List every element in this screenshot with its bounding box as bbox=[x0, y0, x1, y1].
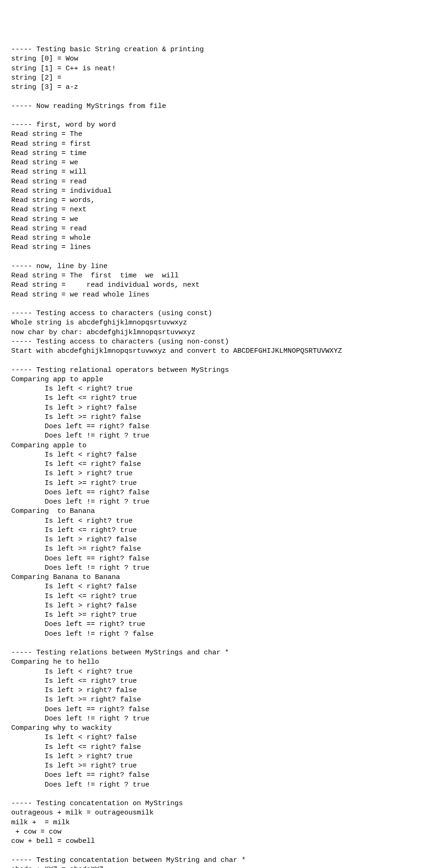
output-line: Read string = words, bbox=[11, 196, 412, 205]
output-line: Is left <= right? true bbox=[11, 592, 412, 601]
output-line: Does left == right? false bbox=[11, 488, 412, 498]
output-line: Is left < right? false bbox=[11, 582, 412, 592]
output-line: Comparing he to hello bbox=[11, 658, 412, 667]
output-line: ----- Testing relational operators betwe… bbox=[11, 366, 412, 375]
output-line: string [2] = bbox=[11, 74, 412, 83]
output-line bbox=[11, 790, 412, 799]
output-line: Comparing app to apple bbox=[11, 375, 412, 384]
output-line bbox=[11, 300, 412, 309]
output-line: Is left < right? false bbox=[11, 451, 412, 460]
output-line: Is left < right? false bbox=[11, 733, 412, 742]
output-line bbox=[11, 92, 412, 101]
output-line: Read string = we read whole lines bbox=[11, 290, 412, 300]
output-line: Is left < right? true bbox=[11, 667, 412, 677]
output-line: Comparing why to wackity bbox=[11, 724, 412, 733]
output-line: ----- Testing relations between MyString… bbox=[11, 648, 412, 658]
output-line: ----- first, word by word bbox=[11, 121, 412, 130]
output-line: Is left > right? true bbox=[11, 469, 412, 478]
output-line: Read string = we bbox=[11, 215, 412, 224]
output-line: Is left <= right? false bbox=[11, 743, 412, 752]
output-line: abcde + XYZ = abcdeXYZ bbox=[11, 865, 412, 868]
output-line: ----- Testing access to characters (usin… bbox=[11, 309, 412, 318]
output-line: Does left != right ? true bbox=[11, 781, 412, 790]
output-line: Is left > right? true bbox=[11, 752, 412, 761]
output-line: Is left >= right? false bbox=[11, 695, 412, 705]
output-line: Is left >= right? true bbox=[11, 479, 412, 488]
output-line: Read string = The first time we will bbox=[11, 271, 412, 281]
output-line: Read string = will bbox=[11, 168, 412, 177]
output-line: milk + = milk bbox=[11, 818, 412, 828]
output-line: Is left >= right? false bbox=[11, 413, 412, 422]
output-line bbox=[11, 111, 412, 121]
output-line: Is left < right? true bbox=[11, 517, 412, 526]
output-line: Comparing to Banana bbox=[11, 507, 412, 516]
output-line: string [3] = a-z bbox=[11, 83, 412, 92]
output-line: Read string = lines bbox=[11, 243, 412, 252]
output-line: Does left == right? false bbox=[11, 771, 412, 780]
output-line: Does left == right? false bbox=[11, 705, 412, 714]
output-line: ----- Testing concatentation on MyString… bbox=[11, 799, 412, 808]
output-line: ----- Testing access to characters (usin… bbox=[11, 337, 412, 347]
output-text-block: ----- Testing basic String creation & pr… bbox=[11, 45, 412, 868]
output-line: Read string = next bbox=[11, 205, 412, 215]
output-line bbox=[11, 253, 412, 262]
output-line: Read string = individual bbox=[11, 187, 412, 196]
output-line: Does left == right? false bbox=[11, 422, 412, 431]
output-line: Whole string is abcdefghijklmnopqsrtuvwx… bbox=[11, 318, 412, 328]
output-line: Does left != right ? true bbox=[11, 498, 412, 507]
output-line: ----- now, line by line bbox=[11, 262, 412, 271]
output-line: now char by char: abcdefghijklmnopqsrtuv… bbox=[11, 328, 412, 337]
output-line: Is left >= right? true bbox=[11, 611, 412, 620]
output-line: Is left <= right? true bbox=[11, 526, 412, 535]
output-line: Is left > right? false bbox=[11, 686, 412, 695]
output-line: Read string = read bbox=[11, 177, 412, 187]
output-line: Does left == right? true bbox=[11, 620, 412, 629]
output-line bbox=[11, 356, 412, 365]
output-line: Is left > right? false bbox=[11, 535, 412, 545]
output-line: Does left != right ? true bbox=[11, 564, 412, 573]
output-line: Is left <= right? true bbox=[11, 677, 412, 686]
output-line bbox=[11, 639, 412, 648]
output-line: string [1] = C++ is neat! bbox=[11, 64, 412, 74]
output-line: Read string = read bbox=[11, 224, 412, 234]
output-line: Does left != right ? true bbox=[11, 714, 412, 724]
output-line: ----- Testing concatentation between MyS… bbox=[11, 856, 412, 865]
output-line: Is left >= right? false bbox=[11, 545, 412, 554]
output-line: Read string = The bbox=[11, 130, 412, 139]
output-line: + cow = cow bbox=[11, 828, 412, 837]
output-line: Is left < right? true bbox=[11, 384, 412, 394]
output-line: cow + bell = cowbell bbox=[11, 837, 412, 846]
output-line: Is left > right? false bbox=[11, 404, 412, 413]
output-line: Comparing Banana to Banana bbox=[11, 573, 412, 582]
output-line: Read string = time bbox=[11, 149, 412, 158]
output-line: Read string = read individual words, nex… bbox=[11, 281, 412, 290]
output-line: ----- Now reading MyStrings from file bbox=[11, 102, 412, 111]
output-line: Does left != right ? true bbox=[11, 431, 412, 441]
output-line: Does left != right ? false bbox=[11, 630, 412, 639]
output-line: ----- Testing basic String creation & pr… bbox=[11, 45, 412, 54]
output-line: Is left <= right? false bbox=[11, 460, 412, 469]
output-line: outrageous + milk = outrageousmilk bbox=[11, 808, 412, 818]
output-line: Read string = whole bbox=[11, 234, 412, 243]
output-line: Comparing apple to bbox=[11, 441, 412, 451]
output-line: Is left >= right? true bbox=[11, 761, 412, 771]
output-line: Read string = we bbox=[11, 158, 412, 168]
output-line bbox=[11, 846, 412, 855]
output-line: Is left <= right? true bbox=[11, 394, 412, 403]
output-line: Does left == right? false bbox=[11, 554, 412, 564]
output-line: string [0] = Wow bbox=[11, 54, 412, 64]
output-line: Read string = first bbox=[11, 140, 412, 149]
output-line: Is left > right? false bbox=[11, 601, 412, 611]
output-line: Start with abcdefghijklmnopqsrtuvwxyz an… bbox=[11, 347, 412, 356]
